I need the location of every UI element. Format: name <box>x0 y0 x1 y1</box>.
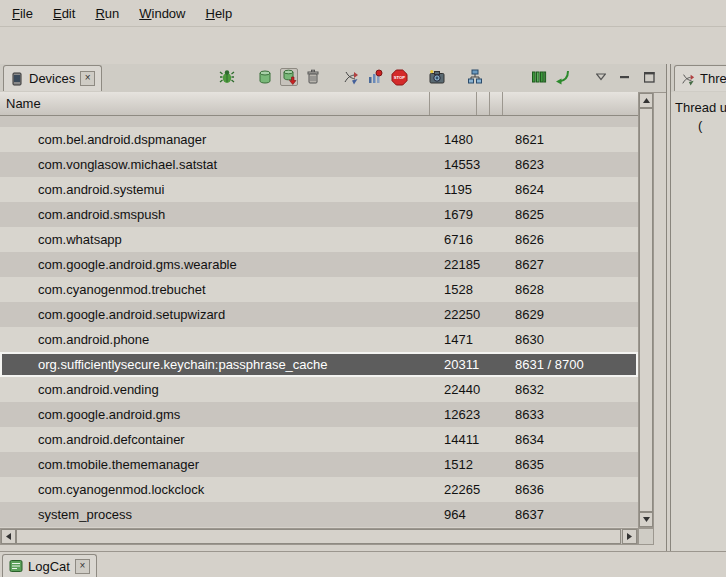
devices-view: Devices × <box>0 64 667 552</box>
screen-capture-icon[interactable] <box>428 68 446 86</box>
devices-toolbar: STOP <box>218 68 658 86</box>
process-name-cell: com.vonglasow.michael.satstat <box>0 157 430 172</box>
tab-devices[interactable]: Devices × <box>3 65 102 91</box>
process-pid-cell: 1195 <box>430 182 477 197</box>
scroll-up-icon[interactable] <box>639 93 653 108</box>
process-port-cell: 8621 <box>503 132 638 147</box>
threads-view: Threads Thread up ( <box>670 64 726 552</box>
horizontal-scrollbar-thumb[interactable] <box>16 529 621 544</box>
cause-gc-icon[interactable] <box>304 68 322 86</box>
process-name-cell: com.google.android.gms <box>0 407 430 422</box>
minimize-icon[interactable] <box>616 68 634 86</box>
process-row[interactable]: com.bel.android.dspmanager 1480 8621 <box>0 127 638 152</box>
tab-devices-close-icon[interactable]: × <box>80 71 95 86</box>
process-row[interactable]: com.whatsapp 6716 8626 <box>0 227 638 252</box>
column-header-pid[interactable] <box>430 92 477 115</box>
main-area: Devices × <box>0 64 726 552</box>
tab-threads-label: Threads <box>700 71 726 86</box>
process-port-cell: 8625 <box>503 207 638 222</box>
process-row[interactable]: com.tmobile.thememanager 1512 8635 <box>0 452 638 477</box>
process-port-cell: 8634 <box>503 432 638 447</box>
tab-devices-label: Devices <box>29 71 75 86</box>
process-row[interactable]: com.android.defcontainer 14411 8634 <box>0 427 638 452</box>
table-header: Name <box>0 92 638 116</box>
scroll-down-icon[interactable] <box>639 512 653 527</box>
process-pid-cell: 1512 <box>430 457 477 472</box>
menu-item-window[interactable]: Window <box>129 2 195 25</box>
process-name-cell: com.tmobile.thememanager <box>0 457 430 472</box>
process-port-cell: 8631 / 8700 <box>503 357 638 372</box>
process-pid-cell: 1471 <box>430 332 477 347</box>
process-pid-cell: 22185 <box>430 257 477 272</box>
process-pid-cell: 12623 <box>430 407 477 422</box>
process-row[interactable]: system_process 964 8637 <box>0 502 638 527</box>
maximize-icon[interactable] <box>640 68 658 86</box>
tab-logcat[interactable]: LogCat × <box>2 554 97 577</box>
dump-hprof-icon[interactable] <box>280 68 298 86</box>
tab-threads[interactable]: Threads <box>674 65 726 91</box>
process-port-cell: 8635 <box>503 457 638 472</box>
process-pid-cell: 1480 <box>430 132 477 147</box>
tab-logcat-close-icon[interactable]: × <box>75 559 90 574</box>
process-port-cell: 8629 <box>503 307 638 322</box>
process-row[interactable]: com.vonglasow.michael.satstat 14553 8623 <box>0 152 638 177</box>
vertical-scrollbar-thumb[interactable] <box>639 108 653 512</box>
process-row[interactable]: com.google.android.gms.wearable 22185 86… <box>0 252 638 277</box>
horizontal-scrollbar[interactable] <box>0 528 638 545</box>
opengl-trace-icon[interactable] <box>554 68 572 86</box>
menu-item-file[interactable]: File <box>2 2 43 25</box>
column-header-spacer2[interactable] <box>490 92 503 115</box>
menu-item-run[interactable]: Run <box>85 2 129 25</box>
scroll-right-icon[interactable] <box>622 529 637 544</box>
scroll-left-icon[interactable] <box>1 529 16 544</box>
menu-bar: FileEditRunWindowHelp <box>0 0 726 26</box>
process-row[interactable]: com.android.systemui 1195 8624 <box>0 177 638 202</box>
logcat-icon <box>9 559 23 573</box>
process-name-cell: com.cyanogenmod.trebuchet <box>0 282 430 297</box>
process-row[interactable]: com.google.android.setupwizard 22250 862… <box>0 302 638 327</box>
process-port-cell: 8637 <box>503 507 638 522</box>
process-row[interactable]: com.android.vending 22440 8632 <box>0 377 638 402</box>
process-row[interactable]: com.android.phone 1471 8630 <box>0 327 638 352</box>
process-pid-cell: 22250 <box>430 307 477 322</box>
start-method-profiling-icon[interactable] <box>366 68 384 86</box>
process-pid-cell: 20311 <box>430 357 477 372</box>
process-port-cell: 8636 <box>503 482 638 497</box>
process-row[interactable]: com.android.smspush 1679 8625 <box>0 202 638 227</box>
view-hierarchy-icon[interactable] <box>466 68 484 86</box>
menu-item-edit[interactable]: Edit <box>43 2 85 25</box>
process-pid-cell: 14553 <box>430 157 477 172</box>
process-name-cell: system_process <box>0 507 430 522</box>
process-name-cell: org.sufficientlysecure.keychain:passphra… <box>0 357 430 372</box>
debug-process-icon[interactable] <box>218 68 236 86</box>
menu-item-help[interactable]: Help <box>195 2 242 25</box>
process-port-cell: 8624 <box>503 182 638 197</box>
process-row[interactable]: com.google.android.gms 12623 8633 <box>0 402 638 427</box>
process-row[interactable]: org.sufficientlysecure.keychain:passphra… <box>0 352 638 377</box>
column-header-spacer1[interactable] <box>477 92 490 115</box>
process-row[interactable]: com.cyanogenmod.lockclock 22265 8636 <box>0 477 638 502</box>
process-row[interactable]: com.cyanogenmod.trebuchet 1528 8628 <box>0 277 638 302</box>
threads-view-header: Threads <box>671 64 726 93</box>
update-threads-icon[interactable] <box>342 68 360 86</box>
systrace-icon[interactable] <box>530 68 548 86</box>
process-name-cell: com.google.android.setupwizard <box>0 307 430 322</box>
column-header-name[interactable]: Name <box>0 92 430 115</box>
process-port-cell: 8632 <box>503 382 638 397</box>
column-header-port[interactable] <box>503 92 638 115</box>
process-pid-cell: 964 <box>430 507 477 522</box>
logcat-bar: LogCat × <box>0 551 726 577</box>
process-name-cell: com.cyanogenmod.lockclock <box>0 482 430 497</box>
process-pid-cell: 1528 <box>430 282 477 297</box>
process-port-cell: 8627 <box>503 257 638 272</box>
ddms-window: FileEditRunWindowHelp Devices × <box>0 0 726 577</box>
process-pid-cell: 6716 <box>430 232 477 247</box>
scrollbar-corner <box>638 528 654 545</box>
process-port-cell: 8626 <box>503 232 638 247</box>
update-heap-icon[interactable] <box>256 68 274 86</box>
process-port-cell: 8623 <box>503 157 638 172</box>
vertical-scrollbar[interactable] <box>638 92 654 528</box>
view-menu-icon[interactable] <box>592 68 610 86</box>
main-toolbar-strip <box>0 26 726 65</box>
stop-process-icon[interactable]: STOP <box>390 68 408 86</box>
